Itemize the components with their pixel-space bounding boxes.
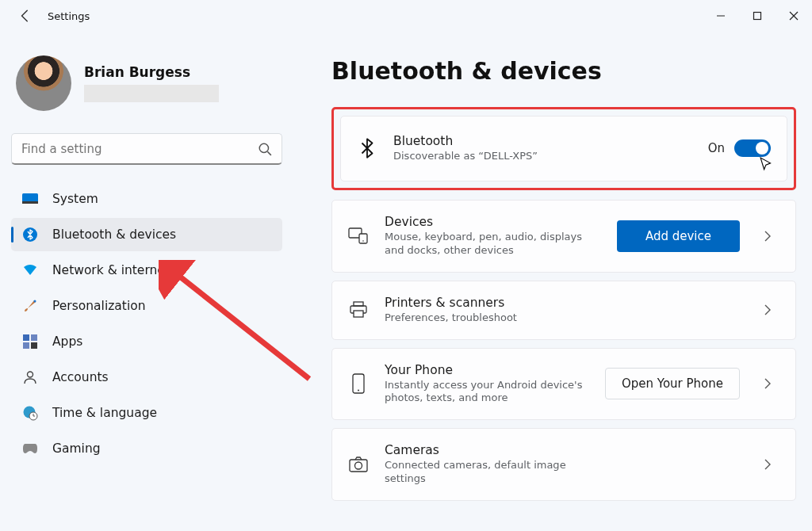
card-subtitle: Mouse, keyboard, pen, audio, displays an…: [385, 231, 591, 258]
card-subtitle: Preferences, troubleshoot: [385, 311, 591, 325]
chevron-right-icon: [762, 378, 773, 389]
svg-line-3: [267, 151, 271, 155]
profile-email-redacted: [84, 85, 219, 102]
user-profile[interactable]: Brian Burgess: [11, 55, 282, 111]
card-title: Your Phone: [385, 363, 589, 377]
svg-point-17: [362, 240, 364, 242]
svg-rect-8: [23, 334, 29, 341]
sidebar-item-label: Bluetooth & devices: [52, 227, 176, 242]
titlebar: Settings: [0, 0, 812, 32]
chevron-right-icon: [762, 304, 773, 315]
sidebar-item-label: Apps: [52, 334, 82, 349]
svg-rect-9: [31, 334, 37, 341]
sidebar-item-label: Personalization: [52, 299, 146, 313]
avatar: [16, 55, 71, 111]
phone-icon: [348, 373, 369, 394]
your-phone-card[interactable]: Your Phone Instantly access your Android…: [331, 348, 796, 421]
bluetooth-toggle-card: Bluetooth Discoverable as “DELL-XPS” On: [340, 116, 787, 181]
card-title: Bluetooth: [393, 134, 692, 148]
page-title: Bluetooth & devices: [331, 57, 796, 85]
svg-rect-16: [359, 234, 367, 243]
svg-rect-1: [754, 13, 761, 20]
svg-point-22: [358, 390, 359, 392]
sidebar-item-bluetooth-devices[interactable]: Bluetooth & devices: [11, 218, 282, 251]
card-subtitle: Discoverable as “DELL-XPS”: [393, 150, 599, 163]
camera-icon: [348, 457, 369, 472]
card-subtitle: Instantly access your Android device's p…: [385, 379, 589, 406]
bluetooth-icon: [22, 227, 38, 243]
globe-clock-icon: [22, 405, 38, 421]
sidebar-item-label: Time & language: [52, 406, 157, 420]
devices-icon: [348, 227, 369, 245]
sidebar-item-network-internet[interactable]: Network & internet: [11, 254, 282, 287]
sidebar-item-personalization[interactable]: Personalization: [11, 289, 282, 323]
sidebar-item-accounts[interactable]: Accounts: [11, 361, 282, 394]
svg-point-2: [259, 143, 268, 152]
printer-icon: [348, 301, 369, 319]
sidebar-item-gaming[interactable]: Gaming: [11, 432, 282, 465]
chevron-right-icon: [762, 231, 773, 242]
nav-list: System Bluetooth & devices Network & int…: [11, 182, 282, 465]
card-title: Printers & scanners: [385, 296, 740, 310]
toggle-state-label: On: [708, 141, 725, 155]
devices-card[interactable]: Devices Mouse, keyboard, pen, audio, dis…: [331, 200, 796, 273]
cameras-card[interactable]: Cameras Connected cameras, default image…: [331, 428, 796, 501]
card-subtitle: Connected cameras, default image setting…: [385, 459, 591, 486]
sidebar-item-label: Gaming: [52, 441, 101, 456]
close-icon: [789, 11, 799, 21]
app-title: Settings: [48, 10, 90, 22]
sidebar-item-label: Accounts: [52, 370, 109, 384]
minimize-button[interactable]: [703, 0, 739, 32]
svg-rect-23: [350, 460, 367, 472]
window-controls: [703, 0, 812, 32]
back-button[interactable]: [16, 6, 35, 25]
search-input-wrapper[interactable]: [11, 133, 282, 165]
apps-icon: [22, 334, 38, 350]
sidebar-item-apps[interactable]: Apps: [11, 325, 282, 358]
maximize-icon: [753, 11, 762, 21]
arrow-left-icon: [18, 9, 33, 23]
chevron-right-icon: [762, 459, 773, 470]
sidebar-item-time-language[interactable]: Time & language: [11, 396, 282, 430]
display-icon: [22, 191, 38, 207]
bluetooth-toggle[interactable]: On: [708, 139, 771, 157]
card-title: Devices: [385, 215, 601, 229]
svg-rect-10: [23, 342, 29, 349]
svg-rect-20: [354, 311, 363, 317]
maximize-button[interactable]: [739, 0, 776, 32]
main-content: Bluetooth & devices Bluetooth Discoverab…: [293, 32, 812, 531]
toggle-switch[interactable]: [734, 139, 771, 157]
bluetooth-icon: [357, 138, 377, 159]
annotation-highlight-box: Bluetooth Discoverable as “DELL-XPS” On: [331, 107, 796, 190]
sidebar-item-label: System: [52, 192, 98, 206]
person-icon: [22, 369, 38, 385]
wifi-icon: [22, 262, 38, 278]
svg-rect-11: [31, 342, 37, 349]
card-title: Cameras: [385, 443, 740, 457]
search-input[interactable]: [21, 142, 258, 156]
minimize-icon: [716, 11, 726, 21]
svg-point-24: [355, 462, 362, 469]
svg-point-7: [34, 300, 36, 303]
profile-name: Brian Burgess: [84, 64, 219, 80]
close-button[interactable]: [776, 0, 812, 32]
sidebar: Brian Burgess System Bluetooth & devices…: [0, 32, 293, 531]
sidebar-item-label: Network & internet: [52, 263, 170, 277]
gamepad-icon: [22, 441, 38, 457]
open-your-phone-button[interactable]: Open Your Phone: [605, 368, 740, 399]
printers-scanners-card[interactable]: Printers & scanners Preferences, trouble…: [331, 281, 796, 340]
mouse-cursor-icon: [760, 157, 774, 171]
svg-rect-18: [354, 302, 363, 306]
search-icon: [258, 142, 272, 156]
svg-point-12: [28, 372, 33, 377]
svg-rect-5: [22, 201, 38, 204]
add-device-button[interactable]: Add device: [617, 220, 740, 252]
paintbrush-icon: [22, 298, 38, 314]
sidebar-item-system[interactable]: System: [11, 182, 282, 216]
